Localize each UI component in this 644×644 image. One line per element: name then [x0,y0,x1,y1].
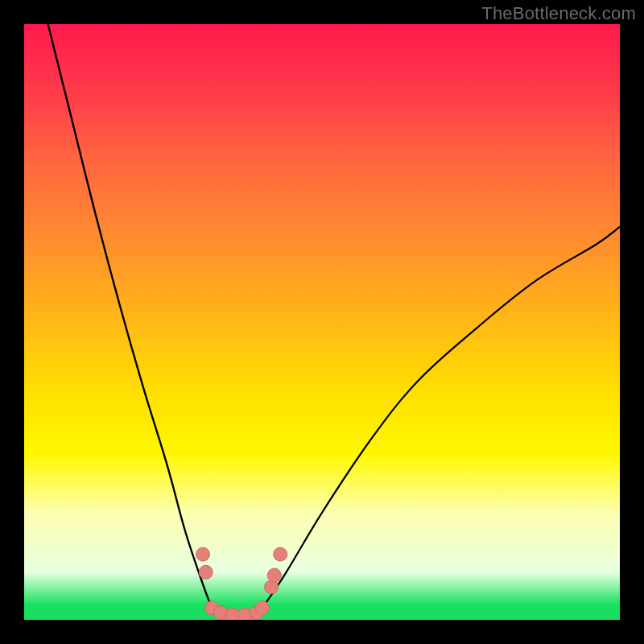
chart-marker [267,568,281,582]
chart-marker [265,580,279,594]
chart-marker [274,547,287,561]
chart-frame: TheBottleneck.com [0,0,644,644]
chart-plot-area [24,24,620,620]
left-curve [48,24,213,608]
chart-marker [196,547,210,561]
chart-marker [256,601,270,615]
chart-marker [214,606,228,620]
chart-marker [199,565,213,579]
right-curve [262,227,620,609]
chart-marker [237,609,251,620]
chart-svg [24,24,620,620]
watermark-text: TheBottleneck.com [481,3,636,24]
